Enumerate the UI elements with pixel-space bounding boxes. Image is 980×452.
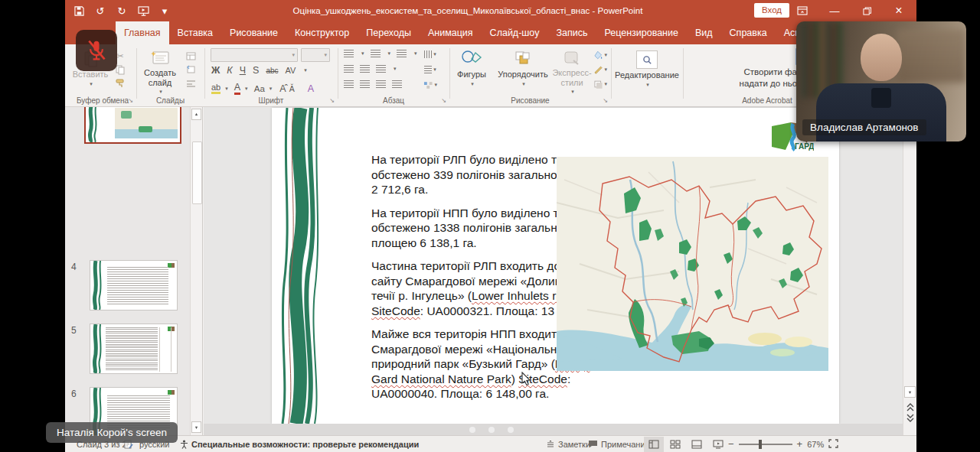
thumbnail-scroll-down-button[interactable]: ▼ xyxy=(191,421,201,433)
slide-layout-icon[interactable] xyxy=(184,50,198,61)
slide-thumbnail-4[interactable] xyxy=(90,260,178,311)
align-left-icon[interactable] xyxy=(344,80,354,88)
bold-button[interactable]: Ж xyxy=(211,65,220,76)
text-shadow-button[interactable]: S xyxy=(253,65,259,76)
close-button[interactable]: × xyxy=(887,0,910,21)
justify-icon[interactable] xyxy=(392,80,402,88)
quick-access-toolbar: ↺ ↻ ▾ xyxy=(73,0,171,21)
text-direction-icon[interactable]: ▾ xyxy=(423,49,437,60)
quick-styles-button[interactable]: Экспресс-стили ▾ xyxy=(554,50,590,95)
font-size-select[interactable]: ▾ xyxy=(301,48,330,62)
new-slide-button[interactable]: Создать слайд ▾ xyxy=(139,50,181,95)
shape-effects-icon[interactable]: ▾ xyxy=(593,79,607,89)
align-right-icon[interactable] xyxy=(376,80,386,88)
slide-thumbnail-5[interactable] xyxy=(90,324,178,374)
group-editing: Редактирование ▾ xyxy=(611,44,683,106)
reset-slide-icon[interactable] xyxy=(184,64,198,75)
save-icon[interactable] xyxy=(73,5,85,17)
zoom-slider[interactable] xyxy=(739,444,792,445)
redo-icon[interactable]: ↻ xyxy=(116,5,128,17)
slide-map-image[interactable] xyxy=(557,157,828,371)
highlight-color-button[interactable]: ab xyxy=(211,83,220,94)
shape-fill-icon[interactable]: ▾ xyxy=(593,50,607,60)
zoom-slider-knob[interactable] xyxy=(759,440,762,449)
tab-slide-show[interactable]: Слайд-шоу xyxy=(482,21,548,44)
tab-glavnaya[interactable]: Главная xyxy=(116,21,169,44)
comments-toggle[interactable]: Примечания xyxy=(588,436,650,452)
strikethrough-button[interactable]: abc xyxy=(266,67,278,75)
notes-toggle[interactable]: Заметки xyxy=(546,436,590,452)
zoom-out-button[interactable]: − xyxy=(728,438,734,450)
shapes-button[interactable]: Фигуры ▾ xyxy=(452,50,491,87)
increase-indent-icon[interactable] xyxy=(360,65,370,73)
columns-icon[interactable] xyxy=(376,65,386,73)
scrollbar-menu-button[interactable]: ▼ xyxy=(904,386,916,398)
numbered-list-icon[interactable] xyxy=(371,50,381,57)
slideshow-view-button[interactable] xyxy=(708,437,728,452)
view-switcher xyxy=(644,436,728,452)
thumbnail-scroll-up-button[interactable]: ▲ xyxy=(191,109,201,120)
meeting-stage: ↺ ↻ ▾ Оцінка_ушкоджень_екосистем_та_осел… xyxy=(0,0,980,452)
restore-button[interactable] xyxy=(855,0,878,21)
normal-view-button[interactable] xyxy=(644,437,664,452)
paragraph-mini-buttons: ▾ ▾ ▾ xyxy=(423,49,437,90)
line-spacing-icon[interactable] xyxy=(397,50,407,57)
minimize-button[interactable]: — xyxy=(823,0,846,21)
previous-slide-button[interactable] xyxy=(905,402,915,411)
editing-button[interactable]: Редактирование ▾ xyxy=(622,50,672,88)
thumbnail-scrollbar-thumb[interactable] xyxy=(192,141,202,204)
customize-qat-icon[interactable]: ▾ xyxy=(158,5,171,17)
tab-vstavka[interactable]: Вставка xyxy=(169,21,221,44)
presenter-name-label: Владислав Артамонов xyxy=(802,119,926,135)
align-center-icon[interactable] xyxy=(360,80,370,88)
shrink-font-button[interactable]: А̌ xyxy=(289,84,295,93)
start-slideshow-icon[interactable] xyxy=(137,5,149,17)
tab-spravka[interactable]: Справка xyxy=(721,21,776,44)
svg-text:ГАРД: ГАРД xyxy=(795,142,814,151)
reading-view-button[interactable] xyxy=(687,437,707,452)
slide-area-scrollbar[interactable]: ▼ xyxy=(903,107,916,435)
tab-animatsiya[interactable]: Анимация xyxy=(420,21,482,44)
tab-zapis[interactable]: Запись xyxy=(547,21,596,44)
change-case-button[interactable]: Аа xyxy=(254,84,265,93)
presenter-shirt xyxy=(871,88,891,108)
underline-button[interactable]: Ч xyxy=(240,65,246,76)
current-slide-canvas[interactable]: На території РЛП було виділено та обстеж… xyxy=(272,108,839,424)
zoom-in-button[interactable]: + xyxy=(797,438,803,450)
tab-perekhody[interactable]: Переходы xyxy=(358,21,420,44)
tab-vid[interactable]: Вид xyxy=(687,21,721,44)
decrease-indent-icon[interactable] xyxy=(344,65,354,73)
arrange-button[interactable]: Упорядочить ▾ xyxy=(494,50,552,87)
ribbon-tab-bar: Главная Вставка Рисование Конструктор Пе… xyxy=(65,21,916,44)
align-buttons-row xyxy=(344,80,402,88)
section-icon[interactable] xyxy=(184,78,198,89)
tab-konstruktor[interactable]: Конструктор xyxy=(286,21,358,44)
fit-slide-button[interactable] xyxy=(828,439,838,450)
slide-sorter-view-button[interactable] xyxy=(665,437,685,452)
ribbon-display-options-button[interactable] xyxy=(791,0,814,21)
slide-thumbnail-3-selected[interactable] xyxy=(84,107,181,144)
font-style-row: Ж К Ч S abc AV ▾ xyxy=(211,65,307,76)
tab-retsenzirovanie[interactable]: Рецензирование xyxy=(596,21,687,44)
shape-outline-icon[interactable]: ▾ xyxy=(593,64,607,75)
grow-font-button[interactable]: А̂ xyxy=(279,83,286,94)
convert-smartart-icon[interactable]: ▾ xyxy=(423,80,437,90)
tab-risovanie[interactable]: Рисование xyxy=(221,21,286,44)
undo-icon[interactable]: ↺ xyxy=(94,5,106,17)
character-spacing-button[interactable]: AV xyxy=(286,66,296,75)
align-text-icon[interactable]: ▾ xyxy=(423,64,437,75)
presenter-video-tile[interactable]: Владислав Артамонов xyxy=(796,21,966,141)
italic-button[interactable]: К xyxy=(227,65,232,76)
font-color-button[interactable]: А xyxy=(234,82,240,95)
ribbon: Вставить ▾ ✂ ↘ Буфер обмена xyxy=(65,44,916,107)
sign-in-button[interactable]: Вход xyxy=(754,3,789,18)
thumbnail-scrollbar[interactable]: ▲ ▼ xyxy=(190,107,202,435)
zoom-level[interactable]: 67% xyxy=(807,440,824,449)
clear-formatting-button[interactable]: А xyxy=(308,83,314,94)
font-name-select[interactable]: ▾ xyxy=(211,48,298,62)
next-slide-button[interactable] xyxy=(905,413,915,422)
screen-share-label: Наталія Корой's screen xyxy=(46,422,178,443)
bullet-list-icon[interactable] xyxy=(344,50,354,57)
accessibility-checker[interactable]: Специальные возможности: проверьте реком… xyxy=(180,436,419,452)
format-painter-icon[interactable] xyxy=(113,78,127,89)
